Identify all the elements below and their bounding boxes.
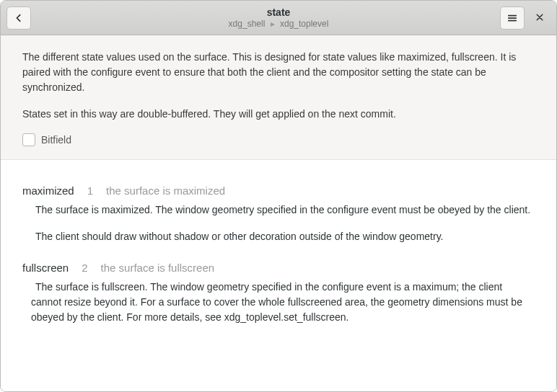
close-button[interactable] xyxy=(529,6,551,28)
enum-value: 2 xyxy=(82,262,87,274)
back-button[interactable] xyxy=(6,6,31,30)
close-icon xyxy=(535,13,544,22)
entries-list: maximized 1 the surface is maximized The… xyxy=(1,160,556,358)
breadcrumb-parent: xdg_shell xyxy=(229,19,266,29)
intro-section: The different state values used on the s… xyxy=(1,35,556,160)
enum-summary: the surface is maximized xyxy=(106,184,225,197)
hamburger-icon xyxy=(507,13,517,23)
enum-entry-header: maximized 1 the surface is maximized xyxy=(22,184,535,197)
intro-paragraph: The different state values used on the s… xyxy=(22,50,535,95)
headerbar-title-area: state xdg_shell ▸ xdg_toplevel xyxy=(1,6,556,29)
enum-body-paragraph: The client should draw without shadow or… xyxy=(31,229,535,244)
window: state xdg_shell ▸ xdg_toplevel The diffe… xyxy=(0,0,557,392)
enum-entry: fullscreen 2 the surface is fullscreen T… xyxy=(22,262,535,325)
content-area: The different state values used on the s… xyxy=(1,35,556,391)
enum-description: The surface is fullscreen. The window ge… xyxy=(22,280,535,325)
enum-value: 1 xyxy=(87,184,93,197)
enum-name: maximized xyxy=(22,184,74,197)
chevron-left-icon xyxy=(14,13,24,23)
breadcrumb-separator-icon: ▸ xyxy=(271,19,275,29)
enum-body-paragraph: The surface is fullscreen. The window ge… xyxy=(31,280,535,325)
headerbar: state xdg_shell ▸ xdg_toplevel xyxy=(1,1,556,35)
menu-button[interactable] xyxy=(500,6,525,30)
enum-entry: maximized 1 the surface is maximized The… xyxy=(22,184,535,244)
breadcrumb: xdg_shell ▸ xdg_toplevel xyxy=(1,19,556,29)
bitfield-label: Bitfield xyxy=(41,134,71,146)
intro-paragraph: States set in this way are double-buffer… xyxy=(22,107,535,122)
bitfield-row: Bitfield xyxy=(22,133,535,146)
enum-body-paragraph: The surface is maximized. The window geo… xyxy=(31,202,535,218)
breadcrumb-child: xdg_toplevel xyxy=(280,19,328,29)
page-title: state xyxy=(1,6,556,18)
enum-description: The surface is maximized. The window geo… xyxy=(22,202,535,244)
enum-entry-header: fullscreen 2 the surface is fullscreen xyxy=(22,262,535,274)
enum-name: fullscreen xyxy=(22,262,69,274)
enum-summary: the surface is fullscreen xyxy=(101,262,215,274)
bitfield-checkbox[interactable] xyxy=(22,133,35,146)
